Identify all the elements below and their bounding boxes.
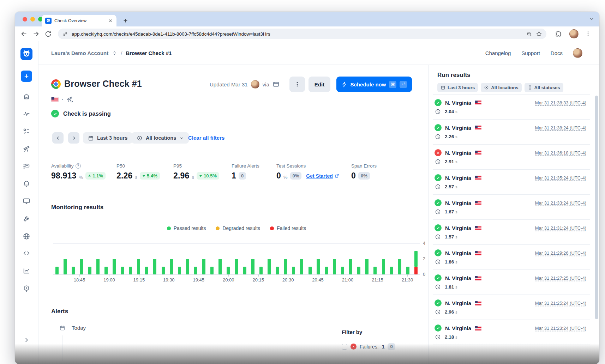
passed-bar[interactable] (145, 267, 148, 274)
sidebar-expand-chevron[interactable] (23, 337, 30, 343)
passed-bar[interactable] (373, 267, 377, 274)
run-result-row[interactable]: N. Virginia Mar 31 21:38:33 (UTC-4) 2.04… (433, 95, 590, 120)
activity-icon[interactable] (23, 110, 30, 118)
status-pages-globe-icon[interactable] (23, 232, 30, 240)
traffic-light-minimize[interactable] (30, 17, 35, 22)
passed-bar[interactable] (259, 267, 263, 274)
passed-bar[interactable] (55, 267, 59, 274)
passed-bar[interactable] (309, 267, 312, 274)
passed-bar[interactable] (170, 259, 173, 274)
schedule-now-button[interactable]: Schedule now ⌘ ⏎ (336, 77, 412, 92)
passed-bar[interactable] (357, 267, 360, 274)
forward-button[interactable] (32, 30, 40, 38)
site-settings-icon[interactable] (62, 31, 68, 37)
passed-bar[interactable] (300, 259, 303, 274)
passed-bar[interactable] (72, 267, 75, 274)
url-text[interactable]: app.checklyhq.com/checks/e45dacab-8de1-4… (72, 31, 523, 37)
time-range-filter[interactable]: Last 3 hours (83, 132, 132, 144)
run-result-row[interactable]: N. Virginia Mar 31 21:36:18 (UTC-4) 2.91… (433, 145, 590, 170)
failed-bar[interactable] (414, 267, 418, 274)
passed-bar[interactable] (186, 259, 189, 274)
passed-bar[interactable] (80, 259, 83, 274)
nav-changelog[interactable]: Changelog (485, 50, 511, 56)
passed-bar[interactable] (406, 267, 409, 274)
passed-bar[interactable] (284, 259, 287, 274)
get-started-link[interactable]: Get Started (306, 173, 339, 179)
passed-bar[interactable] (121, 267, 124, 274)
chrome-menu-icon[interactable] (584, 30, 592, 38)
home-icon[interactable] (23, 93, 30, 101)
account-switcher-chevrons-icon[interactable] (112, 50, 117, 56)
run-timestamp-link[interactable]: Mar 31 21:38:24 (UTC-4) (535, 125, 586, 131)
analytics-icon[interactable] (23, 267, 30, 275)
passed-bar[interactable] (268, 259, 271, 274)
passed-bar[interactable] (162, 267, 165, 274)
run-results-scrollbar[interactable] (595, 96, 598, 319)
chip-time-range[interactable]: Last 3 hours (437, 83, 478, 92)
bookmark-star-icon[interactable] (536, 31, 542, 37)
passed-bar[interactable] (317, 259, 320, 274)
traffic-light-close[interactable] (23, 17, 27, 22)
chip-locations[interactable]: All locations (481, 83, 521, 92)
create-new-button[interactable] (21, 71, 32, 82)
passed-bar[interactable] (325, 267, 328, 274)
checks-icon[interactable] (23, 127, 30, 135)
tab-close-icon[interactable] (108, 18, 113, 23)
browser-profile-avatar[interactable] (569, 29, 579, 38)
checkly-logo[interactable] (20, 48, 32, 60)
run-result-row[interactable]: N. Virginia Mar 31 21:38:24 (UTC-4) 2.26… (433, 120, 590, 145)
run-timestamp-link[interactable]: Mar 31 21:27:25 (UTC-4) (535, 275, 586, 281)
reload-button[interactable] (44, 30, 52, 38)
private-locations-icon[interactable] (23, 285, 30, 292)
run-timestamp-link[interactable]: Mar 31 21:38:33 (UTC-4) (535, 100, 586, 105)
extensions-icon[interactable] (554, 30, 563, 38)
passed-bar[interactable] (64, 259, 67, 274)
passed-bar[interactable] (349, 259, 352, 274)
run-timestamp-link[interactable]: Mar 31 21:31:24 (UTC-4) (535, 225, 586, 231)
passed-bar[interactable] (88, 267, 91, 274)
info-icon[interactable]: ? (76, 163, 81, 169)
passed-bar[interactable] (153, 259, 156, 274)
run-timestamp-link[interactable]: Mar 31 21:25:24 (UTC-4) (535, 301, 586, 306)
check-options-kebab-button[interactable] (289, 77, 305, 92)
locations-filter[interactable]: All locations (132, 132, 189, 144)
browser-tab[interactable]: Check Overview (42, 15, 116, 26)
run-timestamp-link[interactable]: Mar 31 21:35:24 (UTC-4) (535, 175, 586, 181)
passed-bar[interactable] (292, 267, 295, 274)
tab-search-chevron-icon[interactable] (589, 16, 594, 22)
run-result-row[interactable]: N. Virginia Mar 31 21:25:24 (UTC-4) 2.96… (433, 295, 590, 320)
passed-bar[interactable] (194, 267, 197, 274)
zoom-icon[interactable] (526, 31, 532, 37)
url-bar[interactable]: app.checklyhq.com/checks/e45dacab-8de1-4… (58, 29, 546, 39)
passed-bar[interactable] (365, 259, 369, 274)
maintenance-wrench-icon[interactable] (23, 215, 30, 223)
run-result-row[interactable]: N. Virginia Mar 31 21:23:24 (UTC-4) 2.18… (433, 320, 590, 345)
back-button[interactable] (20, 30, 28, 38)
run-result-row[interactable]: N. Virginia Mar 31 21:27:25 (UTC-4) 1.81… (433, 270, 590, 295)
passed-bar[interactable] (202, 259, 205, 274)
passed-bar[interactable] (178, 267, 181, 274)
passed-bar[interactable] (333, 259, 336, 274)
passed-bar[interactable] (218, 259, 222, 274)
next-time-window-button[interactable] (68, 132, 79, 144)
run-timestamp-link[interactable]: Mar 31 21:23:24 (UTC-4) (535, 326, 586, 331)
chip-statuses[interactable]: All statuses (525, 83, 563, 92)
passed-bar[interactable] (113, 259, 116, 274)
passed-bar[interactable] (210, 267, 214, 274)
passed-bar[interactable] (382, 259, 385, 274)
passed-bar[interactable] (137, 259, 140, 274)
user-avatar[interactable] (573, 48, 582, 58)
passed-bar[interactable] (414, 251, 418, 267)
nav-support[interactable]: Support (521, 50, 540, 56)
run-timestamp-link[interactable]: Mar 31 21:29:26 (UTC-4) (535, 250, 586, 256)
passed-bar[interactable] (96, 259, 100, 274)
nav-docs[interactable]: Docs (551, 50, 563, 56)
passed-bar[interactable] (251, 259, 254, 274)
passed-bar[interactable] (398, 259, 401, 274)
run-timestamp-link[interactable]: Mar 31 21:33:24 (UTC-4) (535, 200, 586, 206)
monitoring-bar-chart[interactable] (53, 243, 420, 274)
failures-checkbox[interactable] (342, 344, 347, 350)
passed-bar[interactable] (227, 267, 230, 274)
passed-bar[interactable] (129, 267, 132, 274)
edit-button[interactable]: Edit (309, 77, 330, 92)
